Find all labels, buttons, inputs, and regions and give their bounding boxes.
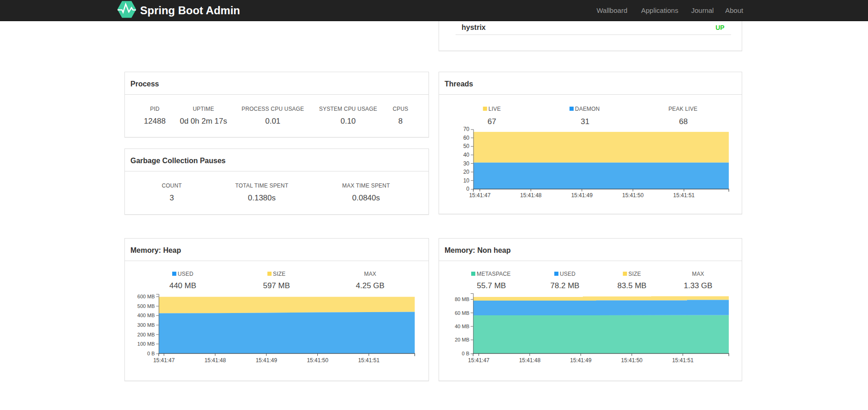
svg-text:15:41:50: 15:41:50 (622, 192, 644, 199)
svg-text:300 MB: 300 MB (137, 322, 155, 328)
svg-text:20: 20 (463, 169, 470, 175)
svg-text:200 MB: 200 MB (137, 332, 155, 337)
svg-text:15:41:48: 15:41:48 (519, 357, 541, 364)
svg-text:15:41:48: 15:41:48 (520, 192, 542, 199)
svg-text:15:41:49: 15:41:49 (570, 357, 592, 364)
svg-text:400 MB: 400 MB (137, 313, 155, 318)
svg-text:15:41:47: 15:41:47 (469, 192, 490, 199)
svg-text:10: 10 (463, 177, 470, 184)
svg-text:15:41:47: 15:41:47 (153, 357, 175, 364)
svg-text:15:41:51: 15:41:51 (673, 192, 695, 199)
svg-text:20 MB: 20 MB (455, 337, 469, 342)
svg-text:500 MB: 500 MB (137, 303, 155, 309)
svg-text:40 MB: 40 MB (455, 324, 469, 329)
svg-text:15:41:48: 15:41:48 (204, 357, 226, 364)
svg-text:15:41:50: 15:41:50 (621, 357, 643, 364)
svg-text:15:41:51: 15:41:51 (672, 357, 693, 364)
svg-text:600 MB: 600 MB (137, 294, 155, 299)
svg-text:60 MB: 60 MB (455, 310, 469, 316)
svg-text:15:41:51: 15:41:51 (358, 357, 380, 364)
svg-text:30: 30 (463, 160, 470, 167)
svg-text:15:41:49: 15:41:49 (256, 357, 277, 364)
svg-text:60: 60 (463, 135, 470, 141)
svg-text:50: 50 (463, 143, 470, 149)
svg-text:70: 70 (463, 126, 470, 132)
svg-text:40: 40 (463, 152, 470, 158)
svg-text:0 B: 0 B (147, 351, 155, 356)
svg-text:15:41:50: 15:41:50 (307, 357, 328, 364)
svg-text:15:41:49: 15:41:49 (571, 192, 593, 199)
svg-text:80 MB: 80 MB (455, 296, 469, 302)
svg-text:0 B: 0 B (462, 351, 469, 356)
svg-text:0: 0 (466, 186, 469, 192)
svg-text:100 MB: 100 MB (137, 341, 155, 347)
svg-text:15:41:47: 15:41:47 (468, 357, 490, 364)
